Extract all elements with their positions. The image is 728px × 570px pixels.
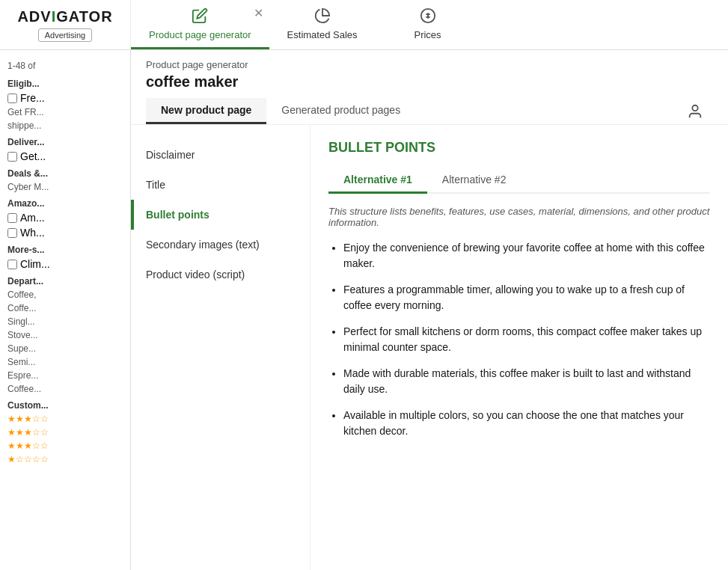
sidebar-item-shipped: shippe... bbox=[0, 119, 130, 132]
chart-icon bbox=[314, 7, 331, 28]
advertising-badge: Advertising bbox=[38, 28, 92, 42]
bullet-item-5: Available in multiple colors, so you can… bbox=[343, 408, 710, 439]
breadcrumb: Product page generator bbox=[146, 59, 713, 70]
star-rating-1[interactable]: ★★★☆☆ bbox=[0, 412, 130, 426]
star-rating-3[interactable]: ★★★☆☆ bbox=[0, 439, 130, 453]
alt-tab-1[interactable]: Alternative #1 bbox=[328, 168, 427, 194]
section-nav-secondary-images[interactable]: Secondary images (text) bbox=[131, 230, 310, 260]
dollar-icon bbox=[420, 7, 436, 28]
sidebar-count: 1-48 of bbox=[0, 58, 130, 74]
sidebar-section-deals: Deals &... bbox=[0, 164, 130, 180]
sidebar-item-coffe: Coffe... bbox=[0, 301, 130, 315]
section-nav-disclaimer[interactable]: Disclaimer bbox=[131, 140, 310, 170]
bullet-item-2: Features a programmable timer, allowing … bbox=[343, 282, 710, 313]
tab-buttons: New product page Generated product pages bbox=[146, 98, 415, 124]
nav-tab-product-page-generator[interactable]: ✕ Product page generator bbox=[131, 0, 269, 49]
svg-point-2 bbox=[692, 105, 697, 110]
sidebar-item-espre: Espre... bbox=[0, 369, 130, 382]
nav-tab-estimated-sales[interactable]: Estimated Sales bbox=[269, 0, 376, 49]
sidebar-section-eligib: Eligib... bbox=[0, 74, 130, 91]
sidebar-item-semi: Semi... bbox=[0, 355, 130, 369]
sidebar-section-more-s: More-s... bbox=[0, 240, 130, 257]
sidebar-item-get-fr: Get FR... bbox=[0, 105, 130, 119]
sidebar-item-stove: Stove... bbox=[0, 328, 130, 342]
left-sidebar: 1-48 of Eligib... Fre... Get FR... shipp… bbox=[0, 50, 131, 570]
logo: ADVIGATOR bbox=[17, 8, 112, 25]
sidebar-item-get[interactable]: Get... bbox=[0, 149, 130, 164]
sidebar-item-coffee2: Coffee... bbox=[0, 382, 130, 396]
nav-tab-prices-label: Prices bbox=[414, 29, 441, 40]
page-title: coffee maker bbox=[146, 73, 713, 91]
main-content: 1-48 of Eligib... Fre... Get FR... shipp… bbox=[0, 50, 728, 570]
tab-bar: New product page Generated product pages bbox=[146, 98, 713, 124]
bullet-list: Enjoy the convenience of brewing your fa… bbox=[328, 240, 710, 439]
section-nav-bullet-points[interactable]: Bullet points bbox=[131, 200, 310, 230]
edit-icon bbox=[192, 7, 208, 28]
tab-generated-product-pages[interactable]: Generated product pages bbox=[266, 98, 415, 124]
bullet-item-4: Made with durable materials, this coffee… bbox=[343, 366, 710, 397]
nav-tab-prices[interactable]: Prices bbox=[376, 0, 480, 49]
panel-body: Disclaimer Title Bullet points Secondary… bbox=[131, 125, 728, 570]
star-rating-2[interactable]: ★★★☆☆ bbox=[0, 426, 130, 439]
nav-tab-product-page-generator-label: Product page generator bbox=[149, 29, 251, 40]
disclaimer-text: This structure lists benefits, features,… bbox=[328, 206, 710, 228]
sidebar-item-singl: Singl... bbox=[0, 315, 130, 328]
panel: Product page generator coffee maker New … bbox=[131, 50, 728, 570]
sidebar-item-supe: Supe... bbox=[0, 342, 130, 355]
sidebar-section-custom: Custom... bbox=[0, 396, 130, 412]
user-icon[interactable] bbox=[683, 99, 707, 123]
logo-area: ADVIGATOR Advertising bbox=[0, 0, 131, 49]
section-nav-product-video[interactable]: Product video (script) bbox=[131, 260, 310, 289]
alt-tabs: Alternative #1 Alternative #2 bbox=[328, 168, 710, 194]
top-nav: ADVIGATOR Advertising ✕ Product page gen… bbox=[0, 0, 728, 50]
sidebar-item-free[interactable]: Fre... bbox=[0, 91, 130, 105]
section-nav: Disclaimer Title Bullet points Secondary… bbox=[131, 125, 311, 570]
sidebar-section-amazon: Amazo... bbox=[0, 194, 130, 210]
tab-new-product-page[interactable]: New product page bbox=[146, 98, 266, 124]
sidebar-item-clim[interactable]: Clim... bbox=[0, 257, 130, 272]
close-icon[interactable]: ✕ bbox=[254, 6, 263, 20]
sidebar-item-cyber: Cyber M... bbox=[0, 180, 130, 194]
sidebar-section-deliver: Deliver... bbox=[0, 132, 130, 149]
section-nav-title[interactable]: Title bbox=[131, 170, 310, 200]
panel-header: Product page generator coffee maker New … bbox=[131, 50, 728, 125]
bullet-item-1: Enjoy the convenience of brewing your fa… bbox=[343, 240, 710, 272]
star-rating-4[interactable]: ★☆☆☆☆ bbox=[0, 453, 130, 466]
sidebar-item-wh[interactable]: Wh... bbox=[0, 225, 130, 240]
nav-tab-estimated-sales-label: Estimated Sales bbox=[287, 29, 358, 40]
alt-tab-2[interactable]: Alternative #2 bbox=[427, 168, 521, 194]
sidebar-item-coffee1: Coffee, bbox=[0, 288, 130, 301]
bullet-item-3: Perfect for small kitchens or dorm rooms… bbox=[343, 324, 710, 355]
sidebar-item-am[interactable]: Am... bbox=[0, 210, 130, 225]
sidebar-section-depart: Depart... bbox=[0, 272, 130, 288]
content-area: BULLET POINTS Alternative #1 Alternative… bbox=[311, 125, 728, 570]
content-section-title: BULLET POINTS bbox=[328, 140, 710, 156]
